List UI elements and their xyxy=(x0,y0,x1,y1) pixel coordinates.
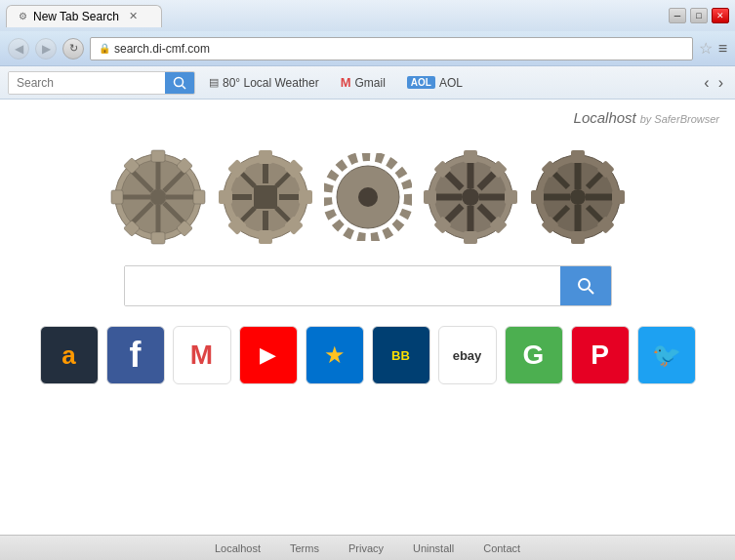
gear-2 xyxy=(217,148,314,246)
footer: LocalhostTermsPrivacyUninstallContact xyxy=(0,535,735,560)
svg-rect-23 xyxy=(254,185,277,209)
svg-point-45 xyxy=(462,188,479,206)
gear-3 xyxy=(324,153,412,241)
back-button[interactable]: ◀ xyxy=(8,38,29,60)
quick-link-facebook[interactable]: f xyxy=(106,326,165,384)
svg-rect-14 xyxy=(151,232,165,244)
main-search-button[interactable] xyxy=(560,266,611,305)
url-bar[interactable]: 🔒 search.di-cmf.com xyxy=(90,37,693,60)
svg-rect-33 xyxy=(259,230,272,244)
footer-link-terms[interactable]: Terms xyxy=(290,542,319,554)
bookmark-scroll-arrows: ‹ › xyxy=(700,74,727,92)
weather-icon: ▤ xyxy=(209,76,219,89)
quick-link-amazon[interactable]: a xyxy=(40,326,99,384)
gmail-bookmark[interactable]: M Gmail xyxy=(333,73,393,92)
svg-point-41 xyxy=(358,187,378,207)
aol-label: AOL xyxy=(439,76,463,90)
footer-link-privacy[interactable]: Privacy xyxy=(348,542,384,554)
gears-container xyxy=(109,148,627,246)
minimize-button[interactable]: ─ xyxy=(669,8,686,23)
quick-link-walmart[interactable]: ★ xyxy=(306,326,364,384)
svg-line-82 xyxy=(589,289,593,294)
svg-rect-57 xyxy=(505,190,517,204)
footer-link-contact[interactable]: Contact xyxy=(483,542,520,554)
url-text: search.di-cmf.com xyxy=(114,42,210,56)
weather-bookmark[interactable]: ▤ 80° Local Weather xyxy=(201,74,327,92)
browser-window: ⚙ New Tab Search ✕ ─ □ ✕ ◀ ▶ ↻ 🔒 search.… xyxy=(0,0,735,560)
address-bar: ◀ ▶ ↻ 🔒 search.di-cmf.com ☆ ≡ xyxy=(0,31,735,66)
main-search-input[interactable] xyxy=(125,266,560,305)
svg-point-64 xyxy=(570,189,586,205)
toolbar-search-box[interactable] xyxy=(8,71,195,95)
browser-tab[interactable]: ⚙ New Tab Search ✕ xyxy=(6,5,162,27)
chrome-menu-button[interactable]: ≡ xyxy=(718,40,727,58)
svg-rect-76 xyxy=(612,190,625,204)
title-bar: ⚙ New Tab Search ✕ ─ □ ✕ xyxy=(0,0,735,31)
close-button[interactable]: ✕ xyxy=(712,8,729,23)
quick-link-gmail[interactable]: M xyxy=(173,326,231,384)
brand-sub: by SaferBrowser xyxy=(640,113,719,125)
quick-link-youtube[interactable]: ▶ xyxy=(239,326,298,384)
svg-rect-55 xyxy=(464,231,477,244)
gmail-label: Gmail xyxy=(354,76,385,90)
gear-1 xyxy=(109,148,207,246)
aol-badge: AOL xyxy=(407,76,435,89)
window-controls: ─ □ ✕ xyxy=(669,8,729,23)
quick-link-google[interactable]: G xyxy=(505,326,563,384)
brand-name: Localhost xyxy=(574,109,636,126)
svg-rect-75 xyxy=(531,190,544,204)
bookmark-left-arrow[interactable]: ‹ xyxy=(700,74,713,92)
toolbar-search-icon xyxy=(173,76,186,90)
aol-bookmark[interactable]: AOL AOL xyxy=(399,74,470,92)
gear-4 xyxy=(422,148,519,246)
bookmark-right-arrow[interactable]: › xyxy=(715,74,727,92)
page-content: Localhost by SaferBrowser xyxy=(0,100,735,535)
svg-rect-15 xyxy=(111,190,123,204)
quick-links: afM▶★BBebayGP🐦 xyxy=(40,326,696,384)
svg-point-4 xyxy=(150,189,166,205)
svg-point-0 xyxy=(175,77,184,86)
quick-link-twitter[interactable]: 🐦 xyxy=(637,326,696,384)
weather-label: 80° Local Weather xyxy=(223,76,319,90)
title-bar-left: ⚙ New Tab Search ✕ xyxy=(6,5,162,27)
quick-link-ebay[interactable]: ebay xyxy=(438,326,497,384)
toolbar-search-button[interactable] xyxy=(165,71,194,95)
tab-close-button[interactable]: ✕ xyxy=(129,10,138,22)
gear-5 xyxy=(529,148,627,246)
svg-rect-16 xyxy=(193,190,205,204)
quick-link-bestbuy[interactable]: BB xyxy=(372,326,430,384)
gmail-icon: M xyxy=(341,75,351,90)
quick-link-pinterest[interactable]: P xyxy=(571,326,630,384)
svg-rect-74 xyxy=(571,231,585,244)
svg-rect-34 xyxy=(219,190,232,204)
footer-link-localhost[interactable]: Localhost xyxy=(215,542,261,554)
maximize-button[interactable]: □ xyxy=(690,8,708,23)
forward-button[interactable]: ▶ xyxy=(35,38,57,60)
svg-rect-56 xyxy=(424,190,436,204)
svg-point-81 xyxy=(579,279,590,290)
svg-line-1 xyxy=(183,85,186,89)
main-search-icon xyxy=(577,277,594,295)
svg-rect-54 xyxy=(464,150,477,163)
localhost-label: Localhost by SaferBrowser xyxy=(574,109,719,126)
tab-title: New Tab Search xyxy=(33,10,119,23)
main-search-box[interactable] xyxy=(124,265,612,306)
tab-favicon: ⚙ xyxy=(19,11,27,21)
footer-link-uninstall[interactable]: Uninstall xyxy=(413,542,454,554)
url-lock-icon: 🔒 xyxy=(99,43,110,54)
svg-rect-35 xyxy=(299,190,312,204)
toolbar-search-input[interactable] xyxy=(9,72,165,94)
svg-rect-13 xyxy=(151,150,165,162)
bookmark-star-button[interactable]: ☆ xyxy=(699,39,713,58)
svg-rect-73 xyxy=(571,150,585,163)
svg-rect-32 xyxy=(259,150,272,164)
bookmarks-bar: ▤ 80° Local Weather M Gmail AOL AOL ‹ › xyxy=(0,66,735,100)
refresh-button[interactable]: ↻ xyxy=(62,38,84,60)
